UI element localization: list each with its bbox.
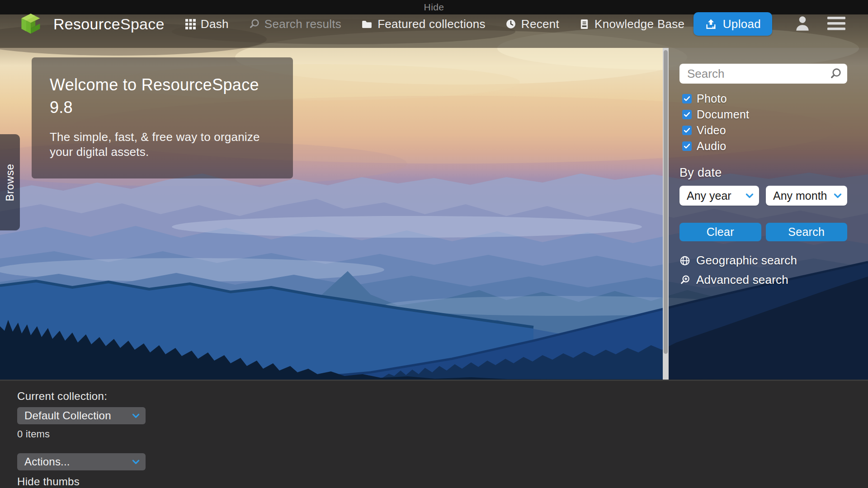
brand-name[interactable]: ResourceSpace xyxy=(53,15,165,33)
filter-label: Document xyxy=(697,108,749,121)
chevron-down-icon xyxy=(834,193,842,198)
user-menu-button[interactable] xyxy=(794,14,811,34)
browse-label: Browse xyxy=(4,164,16,201)
folder-icon xyxy=(361,19,373,30)
current-collection-label: Current collection: xyxy=(17,390,868,403)
resourcespace-logo-icon[interactable] xyxy=(17,7,44,41)
search-box xyxy=(679,64,847,84)
nav-label: Dash xyxy=(201,17,229,31)
nav-item-recent[interactable]: Recent xyxy=(505,17,559,31)
user-icon xyxy=(794,14,811,33)
nav-item-dash[interactable]: Dash xyxy=(185,17,229,31)
hide-thumbs-link[interactable]: Hide thumbs xyxy=(17,475,868,488)
scrollbar-thumb[interactable] xyxy=(664,50,668,354)
filter-label: Audio xyxy=(697,140,726,153)
resourcespace-app: Hide ResourceSpace Dash xyxy=(0,0,868,488)
collection-bar: Current collection: Default Collection 0… xyxy=(0,380,868,488)
check-icon xyxy=(684,96,690,102)
checkbox-document[interactable] xyxy=(682,110,692,119)
checkbox-photo[interactable] xyxy=(682,94,692,103)
search-sidebar: Photo Document Video xyxy=(679,48,847,292)
advanced-search-link[interactable]: Advanced search xyxy=(679,273,847,287)
month-select[interactable]: Any month xyxy=(766,186,847,206)
year-select[interactable]: Any year xyxy=(679,186,759,206)
clear-button[interactable]: Clear xyxy=(679,223,761,241)
menu-button[interactable] xyxy=(827,16,845,33)
chevron-down-icon xyxy=(132,460,140,465)
main-scrollbar[interactable] xyxy=(663,48,669,380)
brand-name-secondary: Space xyxy=(120,15,165,33)
filter-label: Photo xyxy=(697,92,727,105)
collection-select[interactable]: Default Collection xyxy=(17,407,146,424)
check-icon xyxy=(684,127,690,133)
search-plus-icon xyxy=(679,275,690,286)
collection-items-count: 0 items xyxy=(17,428,868,440)
welcome-title: Welcome to ResourceSpace 9.8 xyxy=(50,74,275,119)
chevron-down-icon xyxy=(132,413,140,418)
upload-label: Upload xyxy=(723,17,761,31)
welcome-panel: Welcome to ResourceSpace 9.8 The simple,… xyxy=(32,57,293,178)
link-label: Geographic search xyxy=(696,253,797,267)
checkbox-video[interactable] xyxy=(682,126,692,135)
checkbox-audio[interactable] xyxy=(682,141,692,151)
nav-label: Recent xyxy=(521,17,559,31)
main-nav: Dash Search results Featured collections xyxy=(185,17,685,31)
resource-type-filters: Photo Document Video xyxy=(679,91,847,154)
globe-icon xyxy=(679,255,690,266)
link-label: Advanced search xyxy=(696,273,788,287)
by-date-heading: By date xyxy=(679,166,847,180)
geographic-search-link[interactable]: Geographic search xyxy=(679,253,847,267)
search-icon xyxy=(249,19,259,29)
upload-button[interactable]: Upload xyxy=(693,12,772,36)
month-select-value: Any month xyxy=(773,189,827,202)
year-select-value: Any year xyxy=(687,189,731,202)
actions-select-value: Actions... xyxy=(24,455,70,468)
filter-audio[interactable]: Audio xyxy=(679,138,847,154)
search-links: Geographic search Advanced search xyxy=(679,253,847,287)
nav-item-knowledge-base[interactable]: Knowledge Base xyxy=(579,17,684,31)
check-icon xyxy=(684,143,690,149)
filter-video[interactable]: Video xyxy=(679,122,847,138)
hamburger-icon xyxy=(827,16,845,31)
brand-name-primary: Resource xyxy=(53,15,120,33)
top-navigation: ResourceSpace Dash Search results xyxy=(0,0,868,48)
upload-icon xyxy=(705,18,717,30)
collection-select-value: Default Collection xyxy=(24,409,111,422)
grid-icon xyxy=(185,19,196,29)
nav-label: Featured collections xyxy=(377,17,486,31)
chevron-down-icon xyxy=(745,193,754,198)
nav-item-featured-collections[interactable]: Featured collections xyxy=(361,17,486,31)
welcome-subtitle: The simple, fast, & free way to organize… xyxy=(50,130,275,160)
nav-label: Knowledge Base xyxy=(594,17,684,31)
search-actions: Clear Search xyxy=(679,223,847,241)
browse-tab[interactable]: Browse xyxy=(0,134,20,230)
actions-select[interactable]: Actions... xyxy=(17,453,146,470)
filter-photo[interactable]: Photo xyxy=(679,91,847,107)
nav-item-search-results[interactable]: Search results xyxy=(249,17,341,31)
date-selects: Any year Any month xyxy=(679,186,847,206)
clock-icon xyxy=(505,19,516,29)
book-icon xyxy=(579,19,590,30)
sidebar-search-input[interactable] xyxy=(679,64,847,84)
nav-label: Search results xyxy=(264,17,341,31)
filter-document[interactable]: Document xyxy=(679,107,847,122)
search-icon[interactable] xyxy=(829,67,842,80)
search-button[interactable]: Search xyxy=(766,223,848,241)
check-icon xyxy=(684,112,690,117)
filter-label: Video xyxy=(697,124,726,137)
